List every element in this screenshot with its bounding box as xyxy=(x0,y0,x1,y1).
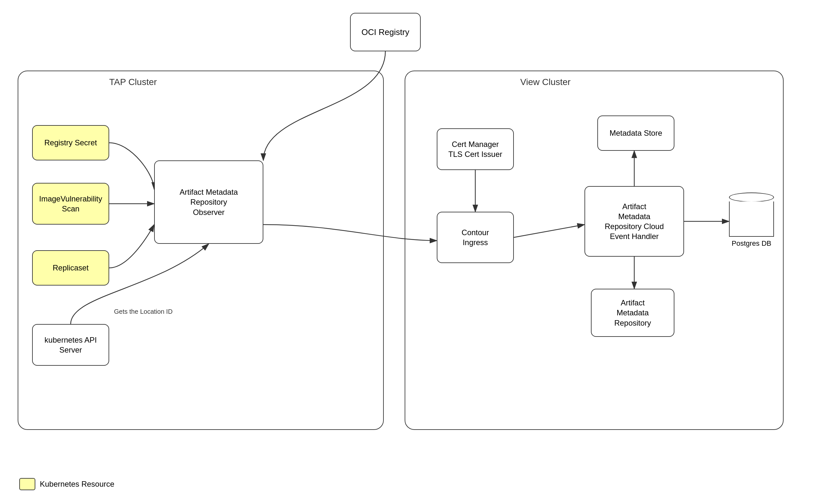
registry-secret-label: Registry Secret xyxy=(44,138,97,148)
postgres-label: Postgres DB xyxy=(732,239,771,248)
legend-label: Kubernetes Resource xyxy=(40,480,114,489)
legend-box xyxy=(19,478,35,490)
tap-cluster-label: TAP Cluster xyxy=(109,77,157,87)
k8s-api-label: kubernetes APIServer xyxy=(45,335,97,355)
replicaset-label: Replicaset xyxy=(53,263,89,273)
contour-ingress-label: ContourIngress xyxy=(461,227,489,247)
image-vuln-label: ImageVulnerabilityScan xyxy=(39,194,102,214)
artifact-repo-label: ArtifactMetadataRepository xyxy=(615,298,651,328)
k8s-api-box: kubernetes APIServer xyxy=(32,324,109,366)
registry-secret-box: Registry Secret xyxy=(32,125,109,160)
replicaset-box: Replicaset xyxy=(32,250,109,286)
cylinder-top xyxy=(729,192,774,202)
artifact-cloud-label: ArtifactMetadataRepository CloudEvent Ha… xyxy=(605,201,664,242)
artifact-repo-box: ArtifactMetadataRepository xyxy=(591,289,675,337)
oci-registry-box: OCI Registry xyxy=(350,13,421,51)
cert-manager-label: Cert ManagerTLS Cert Issuer xyxy=(448,139,502,159)
artifact-cloud-box: ArtifactMetadataRepository CloudEvent Ha… xyxy=(584,186,684,257)
oci-registry-label: OCI Registry xyxy=(362,27,409,37)
image-vuln-box: ImageVulnerabilityScan xyxy=(32,183,109,225)
postgres-db: Postgres DB xyxy=(729,192,774,248)
cylinder-body xyxy=(729,201,774,237)
legend: Kubernetes Resource xyxy=(19,478,114,490)
diagram-container: TAP Cluster View Cluster OCI Registry Re… xyxy=(0,0,817,504)
metadata-store-box: Metadata Store xyxy=(597,115,675,151)
view-cluster-label: View Cluster xyxy=(520,77,571,87)
gets-location-label: Gets the Location ID xyxy=(114,308,172,315)
cert-manager-box: Cert ManagerTLS Cert Issuer xyxy=(437,128,514,170)
metadata-store-label: Metadata Store xyxy=(609,128,662,138)
contour-ingress-box: ContourIngress xyxy=(437,212,514,263)
artifact-observer-label: Artifact MetadataRepositoryObserver xyxy=(179,187,238,217)
artifact-observer-box: Artifact MetadataRepositoryObserver xyxy=(154,160,263,244)
